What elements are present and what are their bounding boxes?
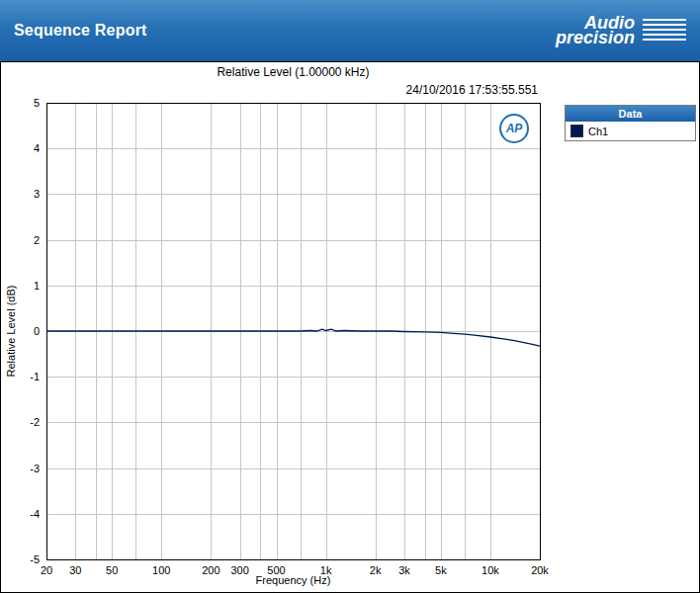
- y-tick-label: -2: [30, 416, 40, 428]
- x-axis-label: Frequency (Hz): [46, 574, 540, 586]
- y-tick-label: 0: [34, 325, 40, 337]
- y-tick-label: 2: [34, 234, 40, 246]
- window-title: Sequence Report: [14, 22, 147, 40]
- title-bar: Sequence Report Audio precision: [0, 0, 700, 61]
- legend-swatch-ch1: [570, 125, 583, 137]
- equalizer-bars-icon: [643, 19, 686, 43]
- y-axis-label: Relative Level (dB): [5, 286, 17, 378]
- y-tick-label: -1: [30, 371, 40, 382]
- legend: Data Ch1: [565, 105, 696, 141]
- legend-header: Data: [566, 106, 695, 122]
- legend-label-ch1: Ch1: [588, 126, 608, 137]
- y-tick-label: 5: [34, 97, 40, 109]
- ap-circle-logo-icon: AP: [499, 114, 529, 143]
- y-tick-label: -4: [30, 508, 40, 520]
- y-tick-label: -3: [30, 463, 40, 474]
- y-tick-label: 3: [34, 188, 40, 200]
- audio-precision-wordmark: Audio precision: [556, 16, 635, 45]
- plot-area: 2030501002003005001k2k3k5k10k20k543210-1…: [1, 62, 700, 593]
- legend-row-ch1: Ch1: [566, 122, 695, 140]
- audio-precision-logo: Audio precision: [556, 16, 686, 45]
- y-tick-label: 4: [34, 142, 40, 154]
- y-tick-label: 1: [34, 280, 40, 292]
- chart-panel: Relative Level (1.00000 kHz) 24/10/2016 …: [0, 61, 700, 593]
- logo-word-precision: precision: [556, 31, 635, 45]
- y-tick-label: -5: [30, 553, 40, 565]
